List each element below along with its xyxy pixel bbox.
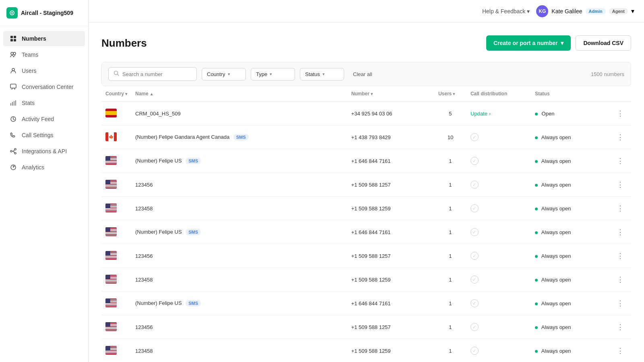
more-options-button[interactable]: ⋮ [613, 179, 627, 191]
sidebar-item-conversation-center[interactable]: Conversation Center [3, 79, 85, 95]
table-row: 123456 +1 509 588 1257 1 ✓ Always open ⋮ [101, 173, 631, 197]
user-name: Kate Galilee [551, 8, 582, 14]
sms-badge: SMS [233, 134, 249, 140]
country-filter-label: Country [207, 71, 225, 77]
status-dot-icon [535, 113, 538, 115]
type-filter[interactable]: Type ▾ [251, 68, 295, 80]
th-number[interactable]: Number▾ [347, 86, 434, 102]
svg-rect-2 [10, 36, 13, 38]
more-options-button[interactable]: ⋮ [613, 155, 627, 167]
more-options-button[interactable]: ⋮ [613, 345, 627, 357]
cell-number: +1 646 844 7161 [347, 292, 434, 315]
table-row: (Number) Felipe US SMS +1 646 844 7161 1… [101, 292, 631, 315]
search-input[interactable] [122, 71, 187, 77]
sidebar-label-activity: Activity Feed [22, 116, 54, 122]
table-row: 123458 +1 509 588 1259 1 ✓ Always open ⋮ [101, 268, 631, 292]
cell-country [101, 315, 131, 339]
cell-status: Open [531, 102, 609, 125]
cell-number: +1 509 588 1257 [347, 173, 434, 197]
update-link[interactable]: Update › [471, 111, 527, 117]
cell-more: ⋮ [609, 292, 631, 315]
more-options-button[interactable]: ⋮ [613, 250, 627, 262]
create-chevron-icon: ▾ [561, 40, 564, 46]
more-options-button[interactable]: ⋮ [613, 226, 627, 238]
cell-number: +1 646 844 7161 [347, 149, 434, 173]
check-circle-icon: ✓ [471, 323, 479, 331]
sidebar-item-activity-feed[interactable]: Activity Feed [3, 111, 85, 127]
type-chevron-icon: ▾ [270, 72, 272, 77]
table-row: (Number) Felipe US SMS +1 646 844 7161 1… [101, 149, 631, 173]
flag-ca-icon: 🍁 [105, 132, 117, 141]
check-circle-icon: ✓ [471, 157, 479, 165]
cell-more: ⋮ [609, 125, 631, 149]
table-row: (Number) Felipe US SMS +1 646 844 7161 1… [101, 220, 631, 244]
app-logo[interactable]: Aircall - Staging509 [0, 0, 88, 26]
flag-us-icon [105, 180, 117, 189]
page-title: Numbers [101, 37, 147, 49]
flag-us-icon [105, 275, 117, 284]
check-circle-icon: ✓ [471, 204, 479, 212]
create-number-button[interactable]: Create or port a number ▾ [486, 35, 571, 51]
user-menu[interactable]: KG Kate Galilee Admin Agent ▾ [536, 5, 634, 17]
sidebar-item-users[interactable]: Users [3, 63, 85, 78]
help-feedback-button[interactable]: Help & Feedback ▾ [482, 8, 530, 14]
svg-point-6 [11, 52, 13, 55]
cell-name: 123456 [131, 244, 347, 268]
app-title: Aircall - Staging509 [21, 10, 73, 16]
cell-status: Always open [531, 173, 609, 197]
main-content: Help & Feedback ▾ KG Kate Galilee Admin … [89, 0, 644, 362]
flag-us-icon [105, 156, 117, 165]
sidebar-item-teams[interactable]: Teams [3, 47, 85, 62]
sidebar-nav: Numbers Teams Users [0, 26, 88, 180]
conversation-icon [10, 83, 17, 90]
more-options-button[interactable]: ⋮ [613, 107, 627, 119]
status-text: Always open [541, 206, 571, 212]
sidebar-item-analytics[interactable]: Analytics [3, 160, 85, 175]
search-icon [114, 70, 119, 78]
status-dot-icon [535, 208, 538, 210]
download-csv-button[interactable]: Download CSV [576, 35, 631, 51]
cell-users: 1 [434, 268, 466, 292]
table-row: 123458 +1 509 588 1259 1 ✓ Always open ⋮ [101, 339, 631, 362]
cell-more: ⋮ [609, 220, 631, 244]
cell-name: (Number) Felipe US SMS [131, 149, 347, 173]
more-options-button[interactable]: ⋮ [613, 321, 627, 333]
status-text: Always open [541, 158, 571, 164]
header-actions: Create or port a number ▾ Download CSV [486, 35, 631, 51]
cell-status: Always open [531, 268, 609, 292]
cell-status: Always open [531, 220, 609, 244]
more-options-button[interactable]: ⋮ [613, 202, 627, 214]
status-filter[interactable]: Status ▾ [300, 68, 344, 80]
status-dot-icon [535, 231, 538, 234]
more-options-button[interactable]: ⋮ [613, 274, 627, 286]
sidebar-item-numbers[interactable]: Numbers [3, 31, 85, 46]
sidebar-item-integrations[interactable]: Integrations & API [3, 144, 85, 159]
search-input-wrap[interactable] [108, 67, 197, 81]
flag-us-icon [105, 204, 117, 212]
cell-number: +1 509 588 1259 [347, 339, 434, 362]
cell-users: 1 [434, 197, 466, 220]
cell-number: +1 509 588 1257 [347, 315, 434, 339]
admin-badge: Admin [586, 8, 606, 14]
cell-number: +1 509 588 1259 [347, 268, 434, 292]
clear-all-button[interactable]: Clear all [349, 68, 376, 80]
cell-country [101, 197, 131, 220]
flag-us-icon [105, 298, 117, 307]
th-name[interactable]: Name▲ [131, 86, 347, 102]
th-country[interactable]: Country▾ [101, 86, 131, 102]
cell-number: +34 925 94 03 06 [347, 102, 434, 125]
table-row: CRM_004_HS_509 +34 925 94 03 06 5 Update… [101, 102, 631, 125]
country-filter[interactable]: Country ▾ [202, 68, 246, 80]
more-options-button[interactable]: ⋮ [613, 297, 627, 309]
status-dot-icon [535, 350, 538, 353]
country-chevron-icon: ▾ [228, 72, 230, 77]
sidebar-item-stats[interactable]: Stats [3, 95, 85, 111]
more-options-button[interactable]: ⋮ [613, 131, 627, 143]
sidebar-item-call-settings[interactable]: Call Settings [3, 128, 85, 143]
check-circle-icon: ✓ [471, 228, 479, 236]
status-dot-icon [535, 302, 538, 305]
cell-more: ⋮ [609, 173, 631, 197]
status-text: Always open [541, 300, 571, 306]
th-users[interactable]: Users▾ [434, 86, 466, 102]
sidebar-label-analytics: Analytics [22, 164, 44, 171]
